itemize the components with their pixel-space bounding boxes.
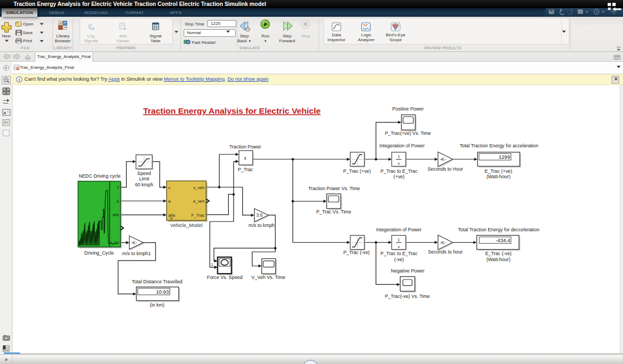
svg-text:P_Trac: P_Trac — [238, 167, 254, 172]
svg-text:v: v — [117, 185, 119, 190]
svg-text:v_veh: v_veh — [193, 185, 205, 190]
svg-text:P_Trac to E_Trac: P_Trac to E_Trac — [380, 168, 418, 174]
svg-text:x_tot: x_tot — [110, 240, 119, 245]
svg-text:Total Traction Energy for acce: Total Traction Energy for acceleration — [459, 143, 538, 148]
svg-text:Traction Power: Traction Power — [229, 144, 261, 150]
svg-text:s: s — [398, 160, 400, 166]
svg-text:a: a — [116, 199, 119, 204]
svg-text:m/s to kmph: m/s to kmph — [249, 223, 275, 228]
svg-text:Total Traction Energy for decc: Total Traction Energy for decceleration — [458, 227, 539, 232]
svg-text:-K-: -K- — [440, 240, 446, 245]
svg-text:Total Distance Travelled: Total Distance Travelled — [132, 279, 182, 284]
svg-text:P_Trac (+ve): P_Trac (+ve) — [343, 168, 371, 174]
svg-text:Seconds to Hour: Seconds to Hour — [427, 166, 463, 172]
svg-text:-K-: -K- — [131, 240, 137, 245]
svg-text:P_Trac(-ve) Vs. Time: P_Trac(-ve) Vs. Time — [385, 294, 430, 299]
svg-text:Seconds to hour: Seconds to hour — [428, 249, 463, 255]
svg-text:m/s to kmph1: m/s to kmph1 — [122, 251, 151, 256]
svg-text:x: x — [244, 155, 246, 161]
svg-text:1: 1 — [398, 237, 400, 243]
svg-text:P_Trac (-ve): P_Trac (-ve) — [343, 250, 370, 255]
svg-text:V_Veh Vs. Time: V_Veh Vs. Time — [251, 275, 285, 280]
svg-text:F_Trac: F_Trac — [191, 213, 205, 218]
svg-text:-434.4: -434.4 — [496, 237, 510, 243]
svg-text:Integeration of Power: Integeration of Power — [376, 227, 421, 232]
svg-text:P_Trac Vs. Time: P_Trac Vs. Time — [316, 209, 352, 214]
svg-text:Traction Energy Analysis for E: Traction Energy Analysis for Electric Ve… — [143, 106, 321, 115]
svg-text:(Watt-hour): (Watt-hour) — [486, 174, 510, 179]
svg-text:P_Trac(+ve) Vs. Time: P_Trac(+ve) Vs. Time — [385, 131, 431, 136]
svg-text:60 kmph: 60 kmph — [135, 182, 153, 187]
svg-text:s: s — [398, 244, 400, 249]
svg-text:(+ve): (+ve) — [393, 174, 404, 179]
svg-text:1: 1 — [398, 154, 400, 159]
svg-text:1: 1 — [211, 262, 213, 267]
svg-text:P_Trac to E_Trac: P_Trac to E_Trac — [380, 251, 418, 256]
svg-text:3.6: 3.6 — [256, 213, 263, 218]
svg-text:E_Trac (+ve): E_Trac (+ve) — [485, 168, 512, 174]
svg-text:Vehicle_Model: Vehicle_Model — [170, 223, 203, 228]
svg-text:NEDC Driving cycle: NEDC Driving cycle — [79, 173, 120, 179]
svg-text:Traction Power Vs. Time: Traction Power Vs. Time — [308, 186, 360, 191]
svg-text:a: a — [168, 199, 171, 204]
svg-text:v: v — [168, 185, 171, 190]
svg-text:1299: 1299 — [499, 154, 510, 160]
svg-text:(in km): (in km) — [150, 302, 165, 308]
svg-text:a_veh: a_veh — [193, 199, 204, 204]
svg-text:alfa: alfa — [168, 213, 176, 218]
svg-text:(-ve): (-ve) — [394, 257, 404, 262]
svg-text:E_Trac (-ve): E_Trac (-ve) — [485, 251, 512, 256]
svg-text:Integeration of Power: Integeration of Power — [379, 143, 425, 148]
svg-text:Limit: Limit — [139, 176, 150, 181]
svg-text:10.93: 10.93 — [156, 289, 169, 295]
svg-text:Negative Power: Negative Power — [391, 268, 425, 274]
svg-text:-K-: -K- — [440, 157, 446, 162]
svg-text:Force Vs. Speed: Force Vs. Speed — [207, 275, 243, 280]
svg-text:alfa: alfa — [112, 212, 119, 217]
svg-text:Driving_Cycle: Driving_Cycle — [85, 250, 114, 256]
svg-text:(Watt-hour): (Watt-hour) — [486, 257, 510, 262]
svg-text:Positive Power: Positive Power — [392, 106, 424, 112]
svg-text:Speed: Speed — [137, 171, 151, 176]
